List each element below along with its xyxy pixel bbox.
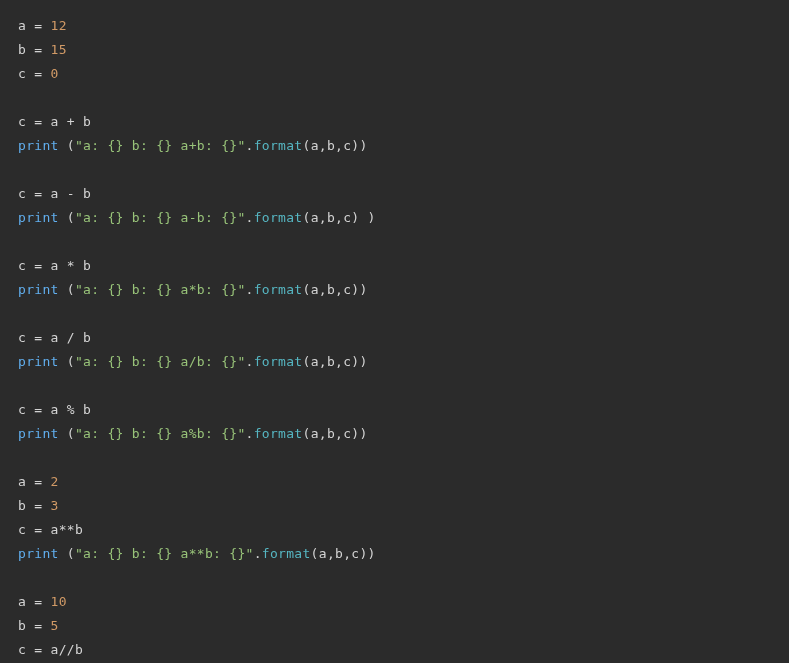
- token-op: (: [67, 138, 75, 153]
- token-op: (: [302, 354, 310, 369]
- token-va: b: [327, 426, 335, 441]
- token-va: a: [18, 594, 34, 609]
- token-op: ,: [335, 282, 343, 297]
- token-op: =: [34, 474, 50, 489]
- token-op: (: [67, 546, 75, 561]
- code-line: a = 12: [18, 18, 67, 33]
- token-va: c: [18, 330, 34, 345]
- token-op: **: [59, 522, 75, 537]
- token-va: b: [83, 402, 91, 417]
- token-va: b: [18, 42, 34, 57]
- token-va: b: [327, 210, 335, 225]
- token-fn: print: [18, 138, 67, 153]
- token-va: b: [83, 186, 91, 201]
- token-va: b: [327, 138, 335, 153]
- token-st: "a: {} b: {} a**b: {}": [75, 546, 254, 561]
- code-line: print ("a: {} b: {} a*b: {}".format(a,b,…: [18, 282, 368, 297]
- token-op: .: [254, 546, 262, 561]
- token-st: "a: {} b: {} a*b: {}": [75, 282, 246, 297]
- code-block: a = 12 b = 15 c = 0 c = a + b print ("a:…: [0, 0, 789, 663]
- code-line: c = a % b: [18, 402, 91, 417]
- token-va: a: [18, 474, 34, 489]
- code-line: print ("a: {} b: {} a-b: {}".format(a,b,…: [18, 210, 376, 225]
- token-op: )): [359, 546, 375, 561]
- token-op: (: [67, 354, 75, 369]
- token-mt: format: [254, 354, 303, 369]
- token-op: ,: [319, 426, 327, 441]
- code-line: print ("a: {} b: {} a%b: {}".format(a,b,…: [18, 426, 368, 441]
- token-va: b: [335, 546, 343, 561]
- token-op: (: [302, 282, 310, 297]
- token-mt: format: [254, 426, 303, 441]
- token-va: a: [51, 642, 59, 657]
- token-va: c: [18, 402, 34, 417]
- token-va: a: [51, 330, 67, 345]
- code-line: b = 5: [18, 618, 59, 633]
- token-op: =: [34, 18, 50, 33]
- token-op: )): [351, 282, 367, 297]
- token-op: =: [34, 618, 50, 633]
- code-line: print ("a: {} b: {} a/b: {}".format(a,b,…: [18, 354, 368, 369]
- token-op: =: [34, 402, 50, 417]
- token-va: b: [327, 354, 335, 369]
- token-op: =: [34, 594, 50, 609]
- token-nu: 0: [51, 66, 59, 81]
- token-op: .: [246, 210, 254, 225]
- token-mt: format: [254, 282, 303, 297]
- token-va: a: [319, 546, 327, 561]
- token-op: =: [34, 66, 50, 81]
- token-va: a: [18, 18, 34, 33]
- token-op: )): [351, 354, 367, 369]
- token-op: ,: [319, 138, 327, 153]
- token-va: a: [311, 354, 319, 369]
- token-op: )): [351, 138, 367, 153]
- token-nu: 15: [51, 42, 67, 57]
- token-op: ,: [335, 210, 343, 225]
- token-va: c: [18, 642, 34, 657]
- token-va: c: [18, 66, 34, 81]
- token-op: =: [34, 258, 50, 273]
- token-op: )): [351, 426, 367, 441]
- token-op: (: [302, 138, 310, 153]
- token-op: /: [67, 330, 83, 345]
- token-va: b: [83, 114, 91, 129]
- token-nu: 10: [51, 594, 67, 609]
- token-fn: print: [18, 210, 67, 225]
- token-va: a: [51, 522, 59, 537]
- token-va: a: [51, 258, 67, 273]
- token-va: c: [18, 114, 34, 129]
- token-op: ,: [327, 546, 335, 561]
- code-line: print ("a: {} b: {} a+b: {}".format(a,b,…: [18, 138, 368, 153]
- code-line: c = a**b: [18, 522, 83, 537]
- token-op: //: [59, 642, 75, 657]
- token-op: =: [34, 498, 50, 513]
- code-line: c = a + b: [18, 114, 91, 129]
- token-op: =: [34, 330, 50, 345]
- token-va: c: [18, 258, 34, 273]
- token-va: a: [311, 282, 319, 297]
- code-line: c = a * b: [18, 258, 91, 273]
- code-line: a = 10: [18, 594, 67, 609]
- token-fn: print: [18, 354, 67, 369]
- code-line: print ("a: {} b: {} a**b: {}".format(a,b…: [18, 546, 376, 561]
- token-op: =: [34, 186, 50, 201]
- token-op: (: [302, 426, 310, 441]
- token-va: b: [83, 258, 91, 273]
- token-nu: 2: [51, 474, 59, 489]
- code-line: a = 2: [18, 474, 59, 489]
- token-op: *: [67, 258, 83, 273]
- token-mt: format: [254, 210, 303, 225]
- code-line: b = 3: [18, 498, 59, 513]
- token-va: a: [311, 426, 319, 441]
- token-va: b: [75, 642, 83, 657]
- token-op: (: [67, 426, 75, 441]
- token-op: .: [246, 282, 254, 297]
- token-op: =: [34, 522, 50, 537]
- code-line: c = 0: [18, 66, 59, 81]
- token-va: a: [311, 138, 319, 153]
- token-va: b: [83, 330, 91, 345]
- token-op: ,: [319, 210, 327, 225]
- code-line: b = 15: [18, 42, 67, 57]
- token-st: "a: {} b: {} a-b: {}": [75, 210, 246, 225]
- token-st: "a: {} b: {} a/b: {}": [75, 354, 246, 369]
